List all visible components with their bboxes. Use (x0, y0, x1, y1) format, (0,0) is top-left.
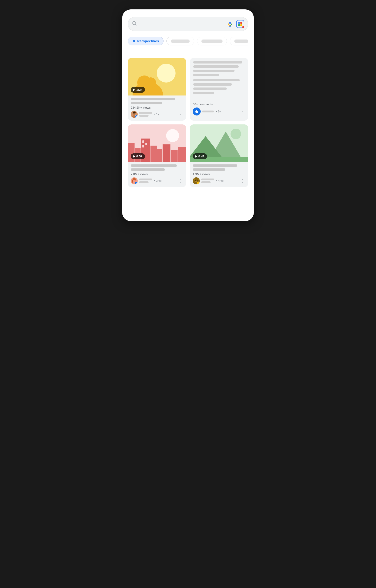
card3-time: • 3mo (154, 179, 161, 182)
chip-perspectives-label: Perspectives (137, 39, 159, 43)
svg-rect-8 (240, 24, 242, 26)
card1-title-line1 (131, 98, 175, 100)
svg-point-35 (198, 179, 199, 180)
card1-author-info (139, 112, 152, 117)
card1-thumbnail: 1:34 (128, 58, 186, 96)
chip-4[interactable] (230, 37, 248, 45)
card3-avatar: ♥ (131, 177, 138, 184)
lens-dot (242, 26, 244, 28)
svg-rect-18 (157, 149, 162, 162)
search-input[interactable] (139, 22, 224, 26)
card1-stat: 234.6K+ views (131, 106, 183, 109)
card1-time: • 1y (154, 113, 159, 116)
mic-icon[interactable] (226, 20, 234, 28)
svg-point-27 (133, 178, 136, 180)
sun-circle (157, 64, 176, 83)
card2-line8 (193, 92, 214, 94)
card2-footer: • 2y ⋮ (193, 107, 245, 116)
card2-line1 (193, 61, 242, 64)
svg-line-1 (135, 24, 136, 25)
card-video-sunny[interactable]: 1:34 234.6K+ views (128, 58, 186, 121)
search-bar[interactable] (128, 17, 248, 31)
svg-rect-21 (178, 147, 186, 162)
card3-thumbnail: 0:52 (128, 124, 186, 162)
card3-title-line1 (131, 164, 177, 167)
card2-body: 50+ comments • 2y (190, 99, 248, 118)
chip-3[interactable] (197, 37, 227, 45)
card4-thumbnail: 0:41 (190, 124, 248, 162)
chip-close-icon[interactable]: ✕ (132, 39, 135, 43)
card2-author: • 2y (193, 107, 221, 116)
card4-avatar: ⚡ (193, 177, 200, 184)
svg-marker-13 (195, 110, 199, 113)
chip-2[interactable] (166, 37, 194, 45)
card4-stat: 1.9M+ views (193, 172, 245, 176)
svg-rect-22 (142, 140, 144, 143)
card4-title-line1 (193, 164, 237, 167)
card4-author-name (201, 179, 214, 180)
play-icon-4 (195, 155, 197, 158)
card4-author: ⚡ • 4mo (193, 177, 223, 184)
card3-author: ♥ • 3mo (131, 177, 161, 184)
svg-point-34 (194, 179, 195, 180)
card3-title-line2 (131, 168, 165, 171)
card4-author-info (201, 179, 214, 183)
card3-badge: ♥ (135, 182, 138, 184)
card4-badge: ⚡ (197, 182, 200, 184)
card4-author-sub (201, 181, 210, 183)
card2-line6 (193, 83, 232, 86)
svg-point-12 (133, 111, 136, 113)
card-text[interactable]: 50+ comments • 2y (190, 58, 248, 121)
svg-rect-6 (240, 22, 242, 24)
card-video-mountain[interactable]: 0:41 1.9M+ views (190, 124, 248, 187)
chip-placeholder-1 (171, 40, 190, 43)
svg-point-36 (195, 180, 196, 181)
svg-rect-24 (142, 145, 144, 148)
chips-row: ✕ Perspectives (128, 37, 248, 45)
cards-grid: 1:34 234.6K+ views (128, 58, 248, 187)
lens-icon[interactable] (236, 20, 244, 28)
search-actions (226, 20, 244, 28)
duration-text-3: 0:52 (136, 155, 142, 158)
card2-line3 (193, 70, 235, 72)
card-video-city[interactable]: 0:52 7.8M+ views (128, 124, 186, 187)
divider (128, 52, 248, 52)
video-duration-badge-4: 0:41 (193, 153, 207, 159)
card3-more-button[interactable]: ⋮ (177, 177, 183, 184)
svg-rect-5 (238, 22, 240, 24)
card4-footer: ⚡ • 4mo ⋮ (193, 177, 245, 184)
svg-rect-23 (145, 143, 147, 145)
svg-rect-20 (171, 150, 178, 162)
search-icon (132, 21, 137, 27)
svg-rect-14 (128, 143, 135, 162)
video-duration-badge-3: 0:52 (131, 153, 145, 159)
card2-text-content (190, 58, 248, 99)
card1-author: ♥ • 1y (131, 111, 159, 118)
card4-more-button[interactable]: ⋮ (239, 177, 245, 184)
card1-badge: ♥ (135, 115, 138, 118)
card2-line7 (193, 87, 227, 90)
card2-more-button[interactable]: ⋮ (239, 108, 245, 115)
card1-author-name (139, 112, 152, 114)
chip-placeholder-3 (234, 40, 248, 43)
card3-author-info (139, 179, 152, 183)
phone-frame: ✕ Perspectives 1:34 (122, 10, 254, 221)
play-icon-3 (133, 155, 135, 158)
card4-time: • 4mo (216, 179, 223, 182)
card2-line4 (193, 74, 219, 76)
card3-stat: 7.8M+ views (131, 172, 183, 176)
card1-more-button[interactable]: ⋮ (177, 111, 183, 118)
card2-stat: 50+ comments (193, 103, 245, 106)
card2-line5 (193, 79, 240, 81)
card1-avatar: ♥ (131, 111, 138, 118)
svg-rect-17 (150, 146, 157, 162)
card3-author-name (139, 179, 152, 180)
card4-title-line2 (193, 168, 225, 171)
card1-body: 234.6K+ views (128, 96, 186, 121)
chip-placeholder-2 (201, 40, 222, 43)
chip-perspectives[interactable]: ✕ Perspectives (128, 37, 164, 45)
card3-footer: ♥ • 3mo ⋮ (131, 177, 183, 184)
card4-body: 1.9M+ views (190, 162, 248, 187)
card1-footer: ♥ • 1y ⋮ (131, 111, 183, 118)
play-icon (133, 89, 135, 91)
